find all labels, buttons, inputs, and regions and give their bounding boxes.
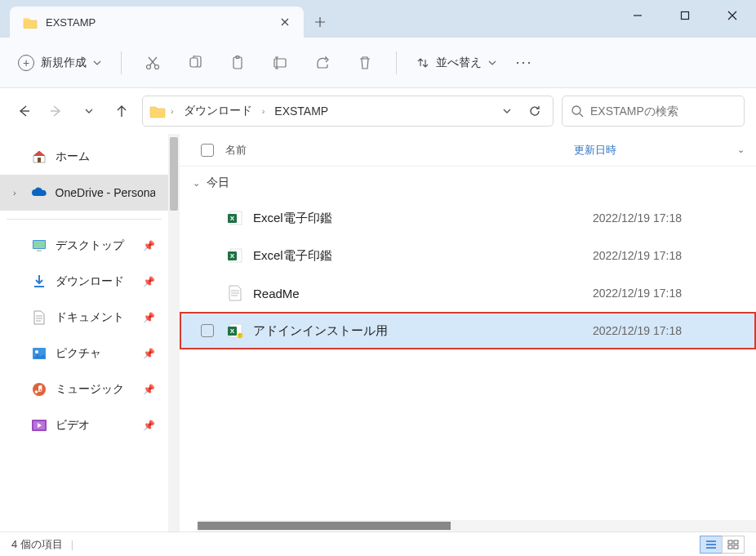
sidebar: ホーム › OneDrive - Personal デスクトップ 📌 ダウンロー… <box>0 134 168 532</box>
chevron-right-icon[interactable]: › <box>262 106 265 116</box>
refresh-button[interactable] <box>523 100 546 122</box>
svg-rect-30 <box>728 545 732 549</box>
excel-icon: X <box>225 247 245 264</box>
file-date: 2022/12/19 17:18 <box>593 249 756 262</box>
excel-addin-icon: X <box>225 210 245 226</box>
svg-rect-3 <box>190 58 198 67</box>
sort-icon <box>416 56 429 69</box>
recent-button[interactable] <box>77 99 101 123</box>
file-name: アドインインストール用 <box>253 323 593 339</box>
file-name: Excel電子印鑑 <box>253 248 593 264</box>
sidebar-label: ドキュメント <box>56 310 124 325</box>
cut-button[interactable] <box>133 47 172 79</box>
sidebar-item-home[interactable]: ホーム <box>0 139 168 175</box>
paste-button[interactable] <box>218 47 257 79</box>
forward-button[interactable] <box>44 99 69 123</box>
maximize-button[interactable] <box>661 0 709 31</box>
scroll-thumb[interactable] <box>170 137 178 211</box>
close-button[interactable] <box>709 0 756 31</box>
separator <box>396 51 397 74</box>
group-today[interactable]: ⌄ 今日 <box>180 167 756 199</box>
up-button[interactable] <box>109 99 134 123</box>
svg-rect-28 <box>728 540 732 544</box>
navigation-row: › ダウンロード › EXSTAMP <box>0 88 756 134</box>
toolbar: + 新規作成 並べ替え ··· <box>0 38 756 88</box>
svg-point-2 <box>155 64 159 69</box>
breadcrumb-downloads[interactable]: ダウンロード <box>179 100 257 122</box>
file-row[interactable]: ReadMe 2022/12/19 17:18 <box>180 274 756 312</box>
sidebar-item-music[interactable]: ミュージック 📌 <box>0 371 168 407</box>
sidebar-item-desktop[interactable]: デスクトップ 📌 <box>0 228 168 264</box>
file-date: 2022/12/19 17:18 <box>593 211 756 225</box>
file-row[interactable]: X Excel電子印鑑 2022/12/19 17:18 <box>180 199 756 237</box>
chevron-down-icon <box>488 59 496 67</box>
select-all-checkbox[interactable] <box>201 144 214 157</box>
scroll-thumb[interactable] <box>198 522 451 530</box>
file-row[interactable]: X Excel電子印鑑 2022/12/19 17:18 <box>180 237 756 274</box>
search-input[interactable] <box>590 105 736 118</box>
sidebar-item-onedrive[interactable]: › OneDrive - Personal <box>0 175 168 211</box>
tab-title: EXSTAMP <box>46 16 271 29</box>
svg-point-7 <box>572 106 580 114</box>
pin-icon: 📌 <box>143 276 155 287</box>
tab-exstamp[interactable]: EXSTAMP <box>10 7 304 38</box>
more-button[interactable]: ··· <box>508 54 540 71</box>
minimize-button[interactable] <box>614 0 661 31</box>
chevron-right-icon[interactable]: › <box>13 188 23 198</box>
file-date: 2022/12/19 17:18 <box>593 287 756 300</box>
vertical-scrollbar[interactable] <box>168 134 180 532</box>
video-icon <box>31 417 47 434</box>
search-box[interactable] <box>562 96 745 127</box>
sidebar-label: ホーム <box>56 149 90 164</box>
breadcrumb-exstamp[interactable]: EXSTAMP <box>269 101 333 121</box>
text-file-icon <box>225 285 245 301</box>
sidebar-item-pictures[interactable]: ピクチャ 📌 <box>0 336 168 371</box>
large-icons-view-button[interactable] <box>722 536 745 554</box>
pictures-icon <box>31 345 47 362</box>
rename-button[interactable] <box>260 47 300 79</box>
back-button[interactable] <box>11 99 36 123</box>
copy-button[interactable] <box>176 47 215 79</box>
file-checkbox[interactable] <box>201 324 214 337</box>
content-wrap: 名前 更新日時 ⌄ ⌄ 今日 X Excel電子印鑑 2022/12/19 17… <box>168 134 756 532</box>
sidebar-item-documents[interactable]: ドキュメント 📌 <box>0 300 168 336</box>
folder-icon <box>149 105 166 118</box>
home-icon <box>31 149 47 165</box>
file-date: 2022/12/19 17:18 <box>593 324 756 337</box>
column-name[interactable]: 名前 <box>225 143 574 158</box>
sidebar-item-videos[interactable]: ビデオ 📌 <box>0 407 168 443</box>
sidebar-label: ビデオ <box>56 418 90 433</box>
address-bar[interactable]: › ダウンロード › EXSTAMP <box>142 96 554 127</box>
tab-close-button[interactable] <box>279 16 291 28</box>
file-list: 名前 更新日時 ⌄ ⌄ 今日 X Excel電子印鑑 2022/12/19 17… <box>180 134 756 532</box>
svg-rect-6 <box>274 59 286 67</box>
new-tab-button[interactable] <box>304 7 336 38</box>
delete-button[interactable] <box>345 47 385 79</box>
document-icon <box>31 309 47 326</box>
chevron-down-icon: ⌄ <box>193 178 200 189</box>
share-button[interactable] <box>303 47 342 79</box>
chevron-right-icon[interactable]: › <box>171 106 174 116</box>
sort-button[interactable]: 並べ替え <box>408 51 505 75</box>
onedrive-icon <box>31 185 47 201</box>
separator <box>7 219 162 220</box>
group-label: 今日 <box>207 176 229 190</box>
details-view-button[interactable] <box>700 536 723 554</box>
address-dropdown-button[interactable] <box>496 100 518 122</box>
svg-text:!: ! <box>239 333 240 338</box>
plus-circle-icon: + <box>18 55 34 71</box>
svg-text:X: X <box>230 215 235 222</box>
file-row[interactable]: X! アドインインストール用 2022/12/19 17:18 <box>180 312 756 349</box>
sidebar-label: OneDrive - Personal <box>56 186 155 199</box>
new-button[interactable]: + 新規作成 <box>10 50 109 76</box>
svg-point-13 <box>35 350 38 354</box>
sidebar-label: ミュージック <box>56 382 124 397</box>
horizontal-scrollbar[interactable] <box>198 520 756 532</box>
column-date[interactable]: 更新日時 <box>574 143 737 158</box>
pin-icon: 📌 <box>143 348 155 359</box>
window-controls <box>614 0 756 31</box>
sidebar-item-downloads[interactable]: ダウンロード 📌 <box>0 264 168 300</box>
music-icon <box>31 381 47 398</box>
statusbar: 4 個の項目 | <box>0 532 756 556</box>
pin-icon: 📌 <box>143 240 155 251</box>
